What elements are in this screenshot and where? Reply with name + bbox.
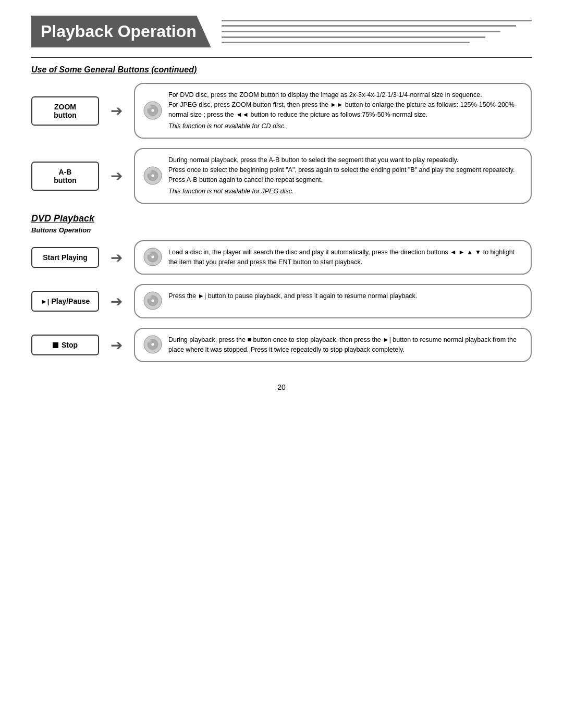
svg-point-2 [151,109,154,112]
section1-heading: Use of Some General Buttons (continued) [31,65,532,75]
arrow-icon-stop: ➔ [111,337,123,354]
start-playing-desc-box: Load a disc in, the player will search t… [134,240,532,275]
title-line-5 [222,42,470,43]
zoom-desc-box: For DVD disc, press the ZOOM button to d… [134,83,532,139]
disc-icon [143,101,163,121]
page-title-box: Playback Operation [31,16,211,47]
zoom-description: For DVD disc, press the ZOOM button to d… [168,91,517,118]
page-number: 20 [31,383,532,391]
title-line-2 [222,25,516,27]
play-pause-row: ►| Play/Pause ➔ Press the ►| button to p… [31,284,532,318]
page-title: Playback Operation [41,22,197,41]
stop-row: Stop ➔ During playback, press the ■ butt… [31,328,532,362]
zoom-label-line2: button [54,111,77,119]
zoom-note: This function is not available for CD di… [168,121,522,131]
disc-icon-ab [143,166,163,186]
svg-point-6 [151,174,154,177]
play-pause-button-box: ►| Play/Pause [31,291,99,312]
arrow-icon-start: ➔ [111,249,123,266]
stop-desc-text: During playback, press the ■ button once… [168,335,522,355]
start-playing-description: Load a disc in, the player will search t… [168,249,515,266]
svg-point-10 [151,255,154,258]
play-pause-description: Press the ►| button to pause playback, a… [168,292,417,300]
ab-label-line1: A-B [59,168,72,176]
ab-description: During normal playback, press the A-B bu… [168,156,515,183]
ab-button-box: A-B button [31,162,99,191]
ab-label-line2: button [54,176,77,184]
title-line-4 [222,36,485,38]
start-playing-button-box: Start Playing [31,247,99,268]
play-pause-icon: ►| [41,298,50,305]
section-divider [31,57,532,58]
buttons-operation-heading: Buttons Operation [31,226,532,234]
ab-note: This function is not available for JPEG … [168,187,522,196]
ab-row: A-B button ➔ During normal playback, pre… [31,148,532,204]
play-pause-label: Play/Pause [51,297,90,305]
zoom-label-line1: ZOOM [54,103,76,111]
start-playing-label: Start Playing [43,253,88,262]
stop-label: Stop [62,341,78,349]
svg-point-18 [151,343,154,346]
title-line-1 [222,20,532,21]
disc-icon-stop [143,335,163,355]
stop-button-box: Stop [31,335,99,355]
ab-desc-box: During normal playback, press the A-B bu… [134,148,532,204]
play-pause-desc-text: Press the ►| button to pause playback, a… [168,291,522,301]
stop-description: During playback, press the ■ button once… [168,336,517,353]
disc-icon-start [143,248,163,267]
start-playing-desc-text: Load a disc in, the player will search t… [168,248,522,267]
page-title-section: Playback Operation [31,16,532,47]
disc-icon-playpause [143,291,163,311]
stop-square-icon [53,342,58,348]
zoom-desc-text: For DVD disc, press the ZOOM button to d… [168,90,522,131]
play-pause-desc-box: Press the ►| button to pause playback, a… [134,284,532,318]
zoom-button-box: ZOOM button [31,96,99,126]
title-decoration [211,16,532,47]
start-playing-row: Start Playing ➔ Load a disc in, the play… [31,240,532,275]
title-line-3 [222,31,501,32]
arrow-icon: ➔ [111,102,123,119]
dvd-playback-heading: DVD Playback [31,213,532,224]
svg-point-14 [151,299,154,302]
arrow-icon: ➔ [111,167,123,184]
arrow-icon-playpause: ➔ [111,293,123,310]
ab-desc-text: During normal playback, press the A-B bu… [168,155,522,196]
stop-desc-box: During playback, press the ■ button once… [134,328,532,362]
zoom-row: ZOOM button ➔ For DVD disc, press the ZO… [31,83,532,139]
